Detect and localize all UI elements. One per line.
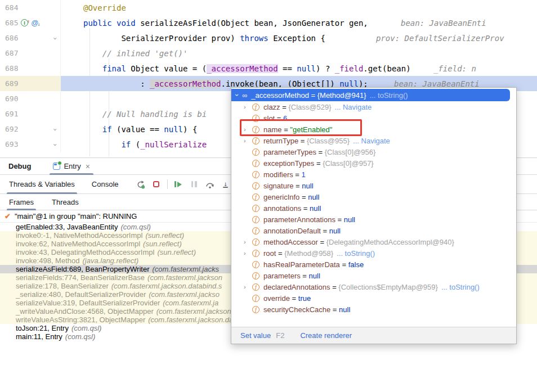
chevron-expanded-icon[interactable]: › (233, 94, 241, 96)
gutter-684[interactable]: 684 (0, 0, 61, 15)
field-row-genericInfo[interactable]: fgenericInfo = null (231, 191, 516, 202)
tab-threads-variables[interactable]: Threads & Variables (7, 175, 77, 193)
line-number[interactable]: 688 (0, 64, 21, 73)
line-number[interactable]: 686 (0, 34, 21, 42)
line-number[interactable]: 690 (0, 94, 21, 103)
field-row-signature[interactable]: fsignature = null (231, 180, 516, 191)
line-number[interactable]: 691 (0, 110, 21, 118)
session-tab-entry[interactable]: Entry × (50, 158, 93, 174)
field-row-parameters[interactable]: fparameters = null (231, 270, 516, 281)
code-segment: ( (136, 140, 140, 149)
code-line-684[interactable]: 684@Override (0, 0, 537, 15)
line-number[interactable]: 687 (0, 49, 21, 57)
field-row-annotationDefault[interactable]: fannotationDefault = null (231, 225, 516, 236)
value-action-link[interactable]: ... toString() (441, 283, 480, 291)
popup-selected-node[interactable]: › ∞ _accessorMethod = {Method@941} ... t… (231, 89, 510, 101)
code-text[interactable]: @Override (61, 0, 537, 15)
gutter-692[interactable]: 692› (0, 121, 61, 137)
field-row-parameterTypes[interactable]: fparameterTypes = {Class[0]@956} (231, 146, 516, 157)
field-row-securityCheckCache[interactable]: fsecurityCheckCache = null (231, 304, 516, 315)
field-row-slot[interactable]: fslot = 6 (231, 112, 516, 124)
field-row-modifiers[interactable]: fmodifiers = 1 (231, 169, 516, 180)
field-row-hasRealParameterData[interactable]: fhasRealParameterData = false (231, 259, 516, 270)
field-value: null (308, 193, 319, 201)
field-name: hasRealParameterData (263, 260, 340, 269)
line-number[interactable]: 684 (0, 3, 21, 12)
chevron-right-icon[interactable]: › (244, 103, 252, 110)
field-icon: f (252, 261, 259, 268)
field-row-methodAccessor[interactable]: ›fmethodAccessor = {DelegatingMethodAcce… (231, 236, 516, 247)
field-name: returnType (263, 137, 298, 145)
field-row-override[interactable]: foverride = true (231, 292, 516, 304)
gutter-685[interactable]: 685I↑@↓ (0, 15, 61, 30)
implements-icon[interactable]: I↑ (21, 19, 30, 26)
frame-package: (com.fasterxml.ja (163, 299, 218, 307)
gutter-686[interactable]: 686› (0, 30, 61, 46)
line-number[interactable]: 692 (0, 125, 21, 133)
step-into-icon[interactable]: ↓ (221, 179, 231, 190)
field-row-declaredAnnotations[interactable]: ›fdeclaredAnnotations = {Collections$Emp… (231, 281, 516, 292)
gutter-691[interactable]: 691 (0, 106, 61, 121)
set-value-link[interactable]: Set value (240, 331, 271, 340)
gutter-689[interactable]: 689 (0, 76, 61, 91)
fold-column[interactable]: › (51, 140, 60, 149)
field-value: null (310, 204, 321, 213)
code-text[interactable]: // inlined 'get()' (61, 46, 537, 61)
line-number[interactable]: 689 (0, 79, 21, 88)
frame-location: writeValueAsString:3821, ObjectMapper (16, 316, 145, 324)
code-line-687[interactable]: 687 // inlined 'get()' (0, 46, 537, 61)
field-row-annotations[interactable]: fannotations = null (231, 202, 516, 214)
create-renderer-link[interactable]: Create renderer (300, 331, 352, 340)
arrow-glyph: ↑ (27, 19, 30, 24)
tostring-link[interactable]: ... toString() (370, 91, 408, 100)
fold-chevron-icon[interactable]: › (51, 127, 60, 132)
gutter-687[interactable]: 687 (0, 46, 61, 61)
line-number[interactable]: 685 (0, 19, 21, 27)
resume-icon[interactable] (173, 179, 184, 190)
tab-console[interactable]: Console (90, 175, 121, 193)
code-line-688[interactable]: 688 final Object value = (_accessorMetho… (0, 61, 537, 76)
tab-threads[interactable]: Threads (50, 194, 81, 210)
field-icon: f (252, 103, 259, 111)
chevron-right-icon[interactable]: › (244, 238, 252, 245)
step-over-icon[interactable] (205, 179, 215, 190)
fold-chevron-icon[interactable]: › (51, 36, 60, 40)
rerun-icon[interactable] (136, 179, 146, 190)
pause-icon[interactable] (189, 179, 199, 190)
field-row-clazz[interactable]: ›fclazz = {Class@529}... Navigate (231, 101, 516, 112)
fold-column[interactable]: › (51, 34, 60, 43)
field-row-parameterAnnotations[interactable]: fparameterAnnotations = null (231, 214, 516, 225)
chevron-right-icon[interactable]: › (244, 126, 252, 133)
line-number[interactable]: 693 (0, 140, 21, 148)
override-annotation-icon[interactable]: @↓ (31, 19, 40, 27)
value-action-link[interactable]: ... toString() (337, 249, 375, 258)
field-row-name[interactable]: ›fname = "getEnabled" (231, 124, 516, 135)
code-line-685[interactable]: 685I↑@↓public void serializeAsField(Obje… (0, 15, 537, 30)
code-segment (83, 49, 102, 58)
chevron-right-icon[interactable]: › (244, 137, 252, 144)
frame-package: (com.qsl) (71, 324, 101, 332)
field-row-exceptionTypes[interactable]: fexceptionTypes = {Class[0]@957} (231, 157, 516, 169)
stop-icon[interactable] (151, 179, 162, 190)
value-action-link[interactable]: ... Navigate (335, 103, 372, 111)
code-text[interactable]: public void serializeAsField(Object bean… (61, 15, 537, 30)
chevron-right-icon[interactable]: › (244, 283, 252, 290)
gutter-693[interactable]: 693› (0, 137, 61, 152)
code-segment: if (102, 125, 117, 134)
gutter-690[interactable]: 690 (0, 91, 61, 106)
field-row-root[interactable]: ›froot = {Method@958}... toString() (231, 247, 516, 259)
field-icon: f (252, 137, 259, 145)
chevron-right-icon[interactable]: › (244, 250, 252, 256)
gutter-688[interactable]: 688 (0, 61, 61, 76)
close-icon[interactable]: × (86, 162, 90, 171)
code-segment (83, 64, 102, 73)
code-text[interactable]: SerializerProvider prov) throws Exceptio… (61, 30, 537, 46)
field-row-returnType[interactable]: ›freturnType = {Class@955}... Navigate (231, 135, 516, 146)
fold-column[interactable]: › (51, 125, 60, 134)
tab-frames[interactable]: Frames (7, 194, 36, 210)
value-action-link[interactable]: ... Navigate (353, 137, 390, 145)
code-text[interactable]: final Object value = (_accessorMethod ==… (61, 61, 537, 76)
field-value: null (344, 215, 355, 224)
fold-chevron-icon[interactable]: › (51, 142, 60, 147)
code-line-686[interactable]: 686› SerializerProvider prov) throws Exc… (0, 30, 537, 46)
